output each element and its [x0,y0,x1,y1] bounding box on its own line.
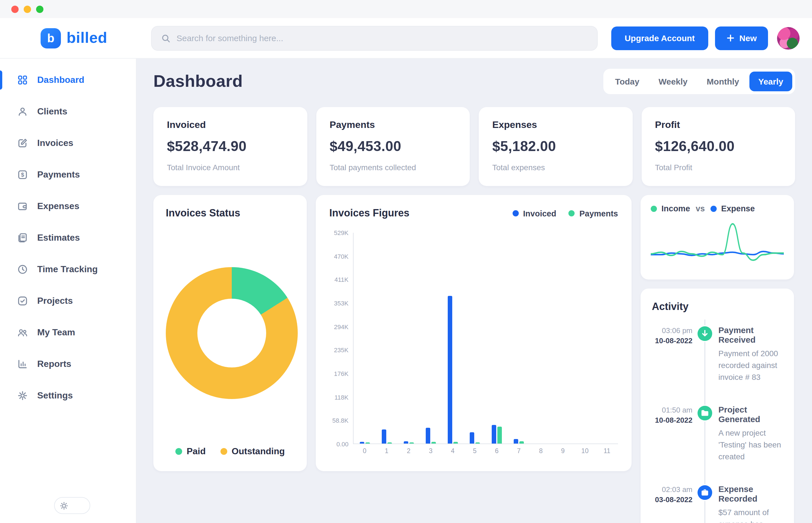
payments-bar [365,443,370,444]
y-axis-labels: 529K470K411K353K294K235K176K118K58.8K0.0… [329,229,353,448]
invoices-figures-title: Invoices Figures [329,208,409,219]
paid-legend-dot [175,448,182,455]
tab-monthly[interactable]: Monthly [698,71,748,91]
stat-caption: Total expenses [492,163,619,172]
payments-bar [519,441,524,444]
y-tick-label: 176K [334,370,349,377]
invoices-figures-card: Invoices Figures Invoiced Payments 529K4… [316,195,632,471]
sidebar-item-dashboard[interactable]: Dashboard [0,64,136,96]
sidebar-item-label: Settings [37,391,73,401]
plus-icon [726,34,735,42]
sidebar-item-label: Payments [37,170,80,180]
legend-paid: Paid [175,446,206,456]
close-window-button[interactable] [11,5,19,13]
invoiced-bar [470,432,474,444]
x-tick-label: 1 [375,448,398,454]
sidebar-item-projects[interactable]: Projects [0,285,136,317]
payment-card-icon: $ [17,169,28,180]
minimize-window-button[interactable] [24,5,31,13]
activity-card: Activity 03:06 pm 10-08-2022 [640,289,794,523]
stat-card-invoiced: Invoiced $528,474.90 Total Invoice Amoun… [153,107,307,186]
page-title: Dashboard [153,72,243,91]
clock-icon [17,264,28,275]
stat-card-expenses: Expenses $5,182.00 Total expenses [479,107,632,186]
activity-node [696,325,713,342]
income-expense-card: Income vs Expense [640,195,794,279]
x-tick-label: 4 [442,448,464,454]
search-bar[interactable] [151,26,598,51]
y-tick-label: 470K [334,253,349,259]
brand-logo[interactable]: b billed [41,28,137,48]
donut-wrap [166,219,294,446]
stat-value: $126,640.00 [655,138,781,155]
sidebar-item-settings[interactable]: Settings [0,380,136,411]
new-button[interactable]: New [715,26,768,50]
sidebar-item-estimates[interactable]: Estimates [0,222,136,254]
bar-group: 2 [398,233,420,444]
brand-initial: b [47,31,54,45]
sun-icon [59,501,69,510]
stat-caption: Total payments collected [330,163,456,172]
gear-icon [17,390,28,401]
sidebar-item-clients[interactable]: Clients [0,96,136,127]
y-tick-label: 0.00 [336,441,349,448]
charts-row: Invoices Status Paid Outstanding Invoice… [153,195,795,523]
sidebar-item-payments[interactable]: $ Payments [0,159,136,191]
bar-group: 4 [442,233,464,444]
invoices-status-donut-chart [166,267,298,399]
outstanding-legend-dot [220,448,227,455]
app-header: b billed Upgrade Account New [0,18,812,59]
y-tick-label: 58.8K [332,417,349,424]
sidebar-item-my-team[interactable]: My Team [0,317,136,348]
person-icon [17,106,28,117]
upgrade-account-button[interactable]: Upgrade Account [611,26,708,50]
payments-legend-dot [569,210,575,216]
activity-item-payment-received: 03:06 pm 10-08-2022 Payment Received Pay… [652,325,783,383]
bar-group: 10 [574,233,596,444]
search-input[interactable] [176,33,588,43]
sidebar-item-expenses[interactable]: Expenses [0,191,136,222]
main-content: Dashboard Today Weekly Monthly Yearly In… [137,59,812,523]
new-button-label: New [739,33,757,43]
theme-toggle[interactable] [54,497,90,514]
invoiced-legend-label: Invoiced [523,209,556,218]
activity-date-label: 03-08-2022 [652,495,692,504]
activity-time-label: 01:50 am [652,406,692,414]
bar-group: 8 [530,233,552,444]
payments-bar [431,442,436,444]
bar-group: 7 [508,233,530,444]
tab-today[interactable]: Today [606,71,649,91]
right-column: Income vs Expense Activity 03:06 [640,195,794,523]
sidebar-item-reports[interactable]: Reports [0,348,136,380]
stat-title: Profit [655,120,781,131]
tab-yearly[interactable]: Yearly [749,71,792,91]
x-tick-label: 0 [354,448,375,454]
sidebar-item-invoices[interactable]: Invoices [0,127,136,159]
sidebar-item-label: Projects [37,296,73,306]
sidebar-item-label: Expenses [37,201,79,211]
stat-value: $49,453.00 [330,138,456,155]
user-avatar[interactable] [777,27,799,49]
brand-name: billed [67,29,107,47]
stat-card-profit: Profit $126,640.00 Total Profit [641,107,795,186]
legend-outstanding: Outstanding [220,446,285,456]
expense-legend-dot [710,205,717,212]
arrow-down-circle-icon [698,326,712,341]
invoices-status-title: Invoices Status [166,208,294,219]
legend-invoiced: Invoiced [512,209,556,218]
activity-item-expense-recorded: 02:03 am 03-08-2022 Expense Recorded $57… [652,484,783,523]
income-line [651,224,784,260]
activity-item-title: Project Generated [718,405,783,424]
payments-legend-label: Payments [579,209,618,218]
folder-icon [698,406,712,420]
zoom-window-button[interactable] [36,5,43,13]
payments-bar [453,442,458,444]
invoiced-bar [514,439,518,444]
income-expense-line-chart [651,216,784,268]
stat-caption: Total Invoice Amount [167,163,294,172]
bar-group: 0 [354,233,375,444]
sidebar-item-time-tracking[interactable]: Time Tracking [0,254,136,285]
tab-weekly[interactable]: Weekly [650,71,697,91]
search-icon [161,33,171,43]
invoiced-bar [448,296,452,444]
